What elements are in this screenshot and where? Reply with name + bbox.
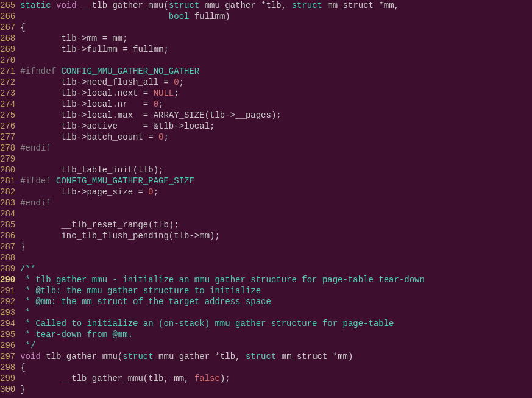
code-line[interactable]: inc_tlb_flush_pending(tlb->mm); <box>20 230 532 241</box>
code-token: void <box>56 1 77 10</box>
code-token: static <box>20 1 51 10</box>
line-number: 288 <box>0 252 15 263</box>
code-token: ; <box>174 88 179 98</box>
code-token: struct <box>169 1 199 10</box>
code-token: mm_struct *mm) <box>276 352 353 361</box>
code-token: CONFIG_MMU_GATHER_NO_GATHER <box>61 66 199 76</box>
line-number: 268 <box>0 33 15 44</box>
code-token: mm_struct *mm, <box>322 1 399 10</box>
code-line[interactable]: bool fullmm) <box>20 11 532 22</box>
code-token <box>20 12 169 21</box>
code-token: * tlb_gather_mmu - initialize an mmu_gat… <box>20 275 425 285</box>
code-line[interactable]: __tlb_reset_range(tlb); <box>20 219 532 230</box>
code-token: tlb->local.max = ARRAY_SIZE(tlb->__pages… <box>20 110 281 120</box>
code-token: mmu_gather *tlb, <box>199 1 291 10</box>
line-number: 274 <box>0 99 15 110</box>
code-line[interactable]: #endif <box>20 143 532 154</box>
code-token: tlb->local.nr = <box>20 99 153 109</box>
line-number: 295 <box>0 329 15 340</box>
code-line[interactable]: * Called to initialize an (on-stack) mmu… <box>20 318 532 329</box>
line-number: 275 <box>0 110 15 121</box>
line-number: 285 <box>0 219 15 230</box>
line-number: 282 <box>0 187 15 197</box>
code-line[interactable]: tlb->fullmm = fullmm; <box>20 44 532 55</box>
code-line[interactable] <box>20 208 532 219</box>
code-line[interactable]: tlb->mm = mm; <box>20 33 532 44</box>
code-line[interactable]: * tear-down from @mm. <box>20 329 532 340</box>
code-line[interactable]: #ifndef CONFIG_MMU_GATHER_NO_GATHER <box>20 66 532 77</box>
code-line[interactable]: } <box>20 384 532 395</box>
line-number: 266 <box>0 11 15 22</box>
code-line[interactable]: * @tlb: the mmu_gather structure to init… <box>20 285 532 296</box>
code-line[interactable]: { <box>20 22 532 33</box>
code-line[interactable] <box>20 154 532 165</box>
code-line[interactable]: tlb->local.max = ARRAY_SIZE(tlb->__pages… <box>20 110 532 121</box>
code-line[interactable]: * <box>20 307 532 318</box>
code-token: tlb_gather_mmu( <box>41 352 122 361</box>
code-token: tlb->mm = mm; <box>20 34 127 43</box>
code-line[interactable]: tlb->need_flush_all = 0; <box>20 77 532 88</box>
line-number: 283 <box>0 197 15 208</box>
code-content[interactable]: static void __tlb_gather_mmu(struct mmu_… <box>20 0 532 395</box>
line-number: 270 <box>0 55 15 66</box>
line-number: 277 <box>0 132 15 143</box>
code-token: ; <box>163 132 168 142</box>
line-number: 265 <box>0 0 15 11</box>
code-token: ); <box>220 374 230 383</box>
line-number: 299 <box>0 373 15 384</box>
code-line[interactable]: tlb_table_init(tlb); <box>20 165 532 176</box>
code-token: bool <box>169 12 190 21</box>
code-line[interactable]: */ <box>20 340 532 351</box>
code-token: fullmm) <box>189 12 230 21</box>
code-line[interactable] <box>20 55 532 66</box>
line-number: 296 <box>0 340 15 351</box>
code-line[interactable]: void tlb_gather_mmu(struct mmu_gather *t… <box>20 351 532 362</box>
code-token: struct <box>122 352 153 361</box>
code-token: * @tlb: the mmu_gather structure to init… <box>20 286 261 296</box>
code-token: * tear-down from @mm. <box>20 330 133 339</box>
line-number: 287 <box>0 241 15 252</box>
line-number: 293 <box>0 307 15 318</box>
code-token: tlb->active = &tlb->local; <box>20 121 215 131</box>
line-number: 267 <box>0 22 15 33</box>
code-token: tlb->local.next = <box>20 88 153 98</box>
code-token: __tlb_reset_range(tlb); <box>20 220 179 230</box>
code-line[interactable]: /** <box>20 263 532 274</box>
code-line[interactable]: static void __tlb_gather_mmu(struct mmu_… <box>20 0 532 11</box>
code-line[interactable]: * @mm: the mm_struct of the target addre… <box>20 296 532 307</box>
line-number: 271 <box>0 66 15 77</box>
code-line[interactable]: * tlb_gather_mmu - initialize an mmu_gat… <box>20 274 532 285</box>
code-line[interactable]: #endif <box>20 197 532 208</box>
code-token: tlb->fullmm = fullmm; <box>20 44 169 54</box>
line-number: 290 <box>0 274 15 285</box>
code-line[interactable] <box>20 252 532 263</box>
code-token: { <box>20 363 25 372</box>
code-line[interactable]: tlb->active = &tlb->local; <box>20 121 532 132</box>
code-token: ; <box>154 187 158 197</box>
line-number: 289 <box>0 263 15 274</box>
code-line[interactable]: tlb->local.next = NULL; <box>20 88 532 99</box>
code-line[interactable]: tlb->local.nr = 0; <box>20 99 532 110</box>
code-token: __tlb_gather_mmu( <box>77 1 169 10</box>
line-number: 297 <box>0 351 15 362</box>
code-token: * <box>20 308 30 318</box>
code-token: 0 <box>148 187 153 197</box>
code-editor[interactable]: 2652662672682692702712722732742752762772… <box>0 0 532 395</box>
line-number: 281 <box>0 176 15 187</box>
code-token: 0 <box>154 99 158 109</box>
code-token: ; <box>158 99 163 109</box>
code-line[interactable]: { <box>20 362 532 373</box>
code-line[interactable]: #ifdef CONFIG_MMU_GATHER_PAGE_SIZE <box>20 176 532 187</box>
code-line[interactable]: tlb->page_size = 0; <box>20 187 532 197</box>
line-number: 284 <box>0 208 15 219</box>
code-line[interactable]: } <box>20 241 532 252</box>
code-token: 0 <box>174 77 179 87</box>
code-token: tlb_table_init(tlb); <box>20 165 163 175</box>
code-token: NULL <box>154 88 174 98</box>
code-token: mmu_gather *tlb, <box>154 352 246 361</box>
code-line[interactable]: tlb->batch_count = 0; <box>20 132 532 143</box>
code-token: #endif <box>20 198 51 208</box>
code-line[interactable]: __tlb_gather_mmu(tlb, mm, false); <box>20 373 532 384</box>
code-token <box>51 176 56 186</box>
code-token: #ifndef <box>20 66 56 76</box>
